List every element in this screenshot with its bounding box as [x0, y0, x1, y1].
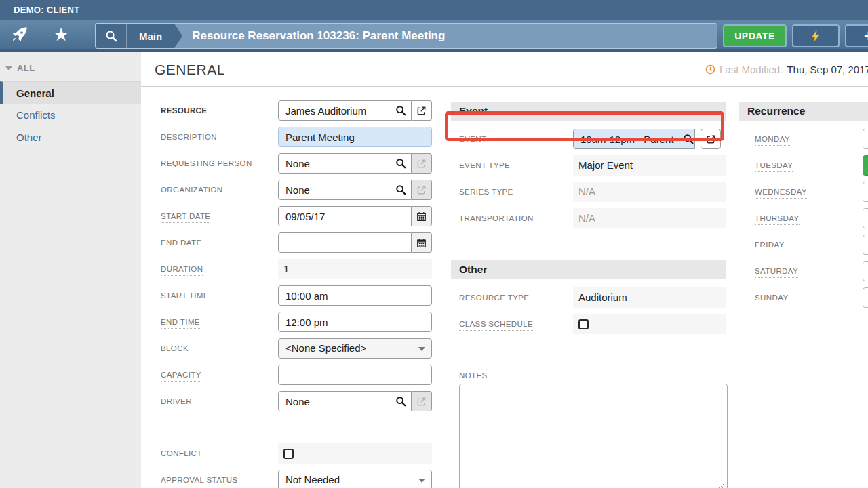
- resource-lookup: [278, 100, 432, 121]
- rocket-icon[interactable]: [11, 26, 28, 43]
- spacer: [161, 418, 450, 443]
- field-end-time: END TIME: [161, 312, 450, 332]
- chevron-down-icon: [418, 479, 425, 483]
- sidebar-group-all[interactable]: ALL: [0, 52, 141, 81]
- requesting-person-input[interactable]: [278, 153, 412, 174]
- organization-input[interactable]: [278, 180, 412, 200]
- conflict-checkbox[interactable]: [283, 449, 294, 459]
- quick-actions-button[interactable]: [792, 24, 840, 47]
- resource-input[interactable]: [278, 100, 412, 121]
- breadcrumb-main[interactable]: Main: [127, 24, 174, 48]
- block-label: BLOCK: [161, 344, 278, 352]
- search-icon[interactable]: [395, 396, 406, 407]
- sunday-label: SUNDAY: [755, 293, 788, 302]
- event-column: Event EVENT EVENT TYPE Major Event SERIE…: [450, 87, 736, 488]
- end-date-input[interactable]: [278, 232, 412, 253]
- field-start-time: START TIME: [161, 285, 450, 306]
- event-label: EVENT: [459, 135, 573, 143]
- monday-label: MONDAY: [755, 135, 790, 143]
- notes-textarea[interactable]: [459, 384, 728, 488]
- search-icon[interactable]: [96, 24, 127, 48]
- approval-status-label: APPROVAL STATUS: [161, 476, 278, 484]
- saturday-label: SATURDAY: [755, 267, 798, 275]
- block-select[interactable]: <None Specified>: [278, 338, 432, 359]
- field-capacity: CAPACITY: [161, 365, 450, 385]
- sunday-toggle[interactable]: [863, 287, 868, 308]
- start-time-input[interactable]: [278, 285, 432, 306]
- last-modified-label: Last Modified:: [719, 64, 783, 75]
- external-link-icon: [416, 106, 427, 116]
- start-date-input[interactable]: [278, 206, 412, 226]
- class-schedule-readonly-bg: [573, 314, 726, 334]
- chevron-down-icon: [5, 66, 12, 70]
- field-start-date: START DATE: [161, 206, 450, 226]
- resource-type-label: RESOURCE TYPE: [459, 293, 573, 302]
- search-icon[interactable]: [395, 105, 406, 116]
- field-transportation: TRANSPORTATION N/A: [459, 208, 736, 228]
- open-driver-button: [412, 391, 432, 411]
- driver-label: DRIVER: [161, 397, 278, 405]
- end-date-calendar-button[interactable]: [412, 232, 432, 253]
- search-icon[interactable]: [395, 158, 406, 169]
- field-day-saturday: SATURDAY: [755, 261, 868, 281]
- tuesday-toggle[interactable]: [863, 155, 868, 176]
- capacity-label: CAPACITY: [161, 371, 278, 379]
- friday-label: FRIDAY: [755, 241, 785, 249]
- friday-toggle[interactable]: [863, 235, 868, 255]
- tuesday-label: TUESDAY: [755, 161, 793, 169]
- sidebar-item-conflicts[interactable]: Conflicts: [0, 104, 141, 126]
- search-icon[interactable]: [395, 184, 406, 195]
- update-button[interactable]: UPDATE: [723, 24, 787, 47]
- field-day-tuesday: TUESDAY: [755, 155, 868, 176]
- end-date-label: END DATE: [161, 239, 278, 247]
- field-event: EVENT: [459, 129, 736, 149]
- description-input[interactable]: [278, 127, 432, 147]
- end-time-input[interactable]: [278, 312, 432, 332]
- field-day-friday: FRIDAY: [755, 235, 868, 255]
- search-icon[interactable]: [683, 134, 694, 144]
- open-event-button[interactable]: [701, 129, 721, 149]
- resource-label: RESOURCE: [161, 106, 278, 115]
- field-resource-type: RESOURCE TYPE Auditorium: [459, 287, 736, 308]
- breadcrumb-arrow-icon: [174, 24, 182, 48]
- approval-status-select[interactable]: Not Needed: [278, 470, 432, 488]
- thursday-label: THURSDAY: [755, 214, 800, 222]
- start-time-label: START TIME: [161, 291, 278, 300]
- end-time-label: END TIME: [161, 318, 278, 326]
- driver-input[interactable]: [278, 391, 412, 411]
- calendar-icon: [416, 211, 427, 222]
- sidebar-item-general[interactable]: General: [0, 81, 141, 104]
- field-driver: DRIVER: [161, 391, 450, 411]
- event-section-heading: Event: [451, 102, 726, 121]
- thursday-toggle[interactable]: [863, 208, 868, 228]
- chevron-down-icon: [418, 347, 425, 351]
- open-resource-button[interactable]: [412, 100, 432, 121]
- capacity-input[interactable]: [278, 365, 432, 385]
- monday-toggle[interactable]: [863, 129, 868, 149]
- start-date-calendar-button[interactable]: [412, 206, 432, 226]
- field-day-sunday: SUNDAY: [755, 287, 868, 308]
- description-label: DESCRIPTION: [161, 133, 278, 141]
- star-icon[interactable]: ★: [53, 26, 69, 43]
- add-button[interactable]: +: [845, 24, 868, 47]
- other-section-heading: Other: [451, 260, 726, 279]
- conflict-readonly-bg: [278, 443, 432, 464]
- conflict-label: CONFLICT: [161, 449, 278, 458]
- block-select-value: <None Specified>: [285, 342, 366, 354]
- external-link-icon: [416, 185, 427, 195]
- section-header-bar: GENERAL Last Modified: Thu, Sep 07, 2017…: [141, 52, 868, 87]
- event-input[interactable]: [573, 129, 695, 149]
- breadcrumb: Main Resource Reservation 103236: Parent…: [95, 23, 717, 49]
- organization-label: ORGANIZATION: [161, 186, 278, 194]
- sidebar: ALL General Conflicts Other: [0, 52, 141, 488]
- sidebar-group-label: ALL: [17, 63, 35, 73]
- external-link-icon: [706, 134, 716, 144]
- page-breadcrumb-title: Resource Reservation 103236: Parent Meet…: [182, 24, 445, 48]
- field-day-wednesday: WEDNESDAY: [755, 182, 868, 202]
- field-resource: RESOURCE: [161, 100, 450, 121]
- field-end-date: END DATE: [161, 232, 450, 253]
- sidebar-item-other[interactable]: Other: [0, 126, 141, 148]
- class-schedule-checkbox[interactable]: [578, 319, 589, 329]
- wednesday-toggle[interactable]: [863, 182, 868, 202]
- saturday-toggle[interactable]: [863, 261, 868, 281]
